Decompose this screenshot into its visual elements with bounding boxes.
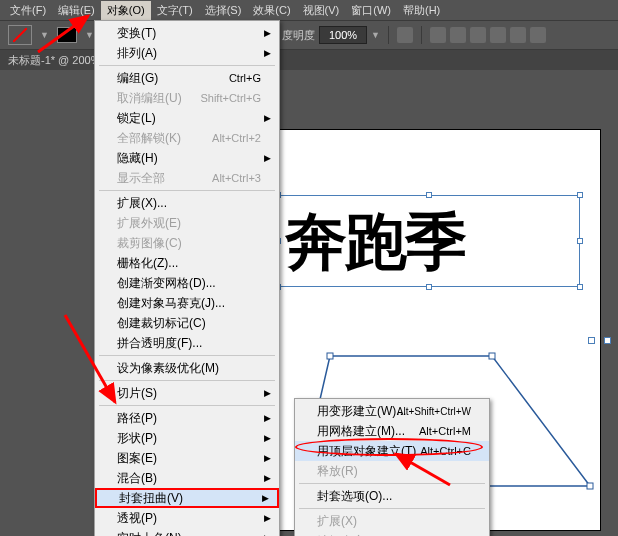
menu-window[interactable]: 窗口(W) [345,1,397,20]
separator [99,65,275,66]
menu-item-lock[interactable]: 锁定(L)▶ [95,108,279,128]
label: 扩展(X)... [117,195,167,212]
selection-handle[interactable] [426,192,432,198]
submenu-release: 释放(R) [295,461,489,481]
align-icon[interactable] [510,27,526,43]
shortcut: Alt+Shift+Ctrl+W [397,406,471,417]
label: 锁定(L) [117,110,156,127]
style-icon[interactable] [397,27,413,43]
menu-view[interactable]: 视图(V) [297,1,346,20]
menu-type[interactable]: 文字(T) [151,1,199,20]
submenu-make-mesh[interactable]: 用网格建立(M)...Alt+Ctrl+M [295,421,489,441]
label: 释放(R) [317,463,358,480]
label: 隐藏(H) [117,150,158,167]
menu-item-blend[interactable]: 混合(B)▶ [95,468,279,488]
separator [99,355,275,356]
label: 透视(P) [117,510,157,527]
selection-bounds [278,195,580,287]
align-icon[interactable] [530,27,546,43]
menu-item-gradient-mesh[interactable]: 创建渐变网格(D)... [95,273,279,293]
label: 栅格化(Z)... [117,255,178,272]
menu-item-trim-marks[interactable]: 创建裁切标记(C) [95,313,279,333]
opacity-input[interactable] [319,26,367,44]
submenu-arrow-icon: ▶ [264,28,271,38]
menu-item-pixel-perfect[interactable]: 设为像素级优化(M) [95,358,279,378]
selection-handle[interactable] [577,192,583,198]
svg-rect-3 [489,353,495,359]
menu-item-pattern[interactable]: 图案(E)▶ [95,448,279,468]
label: 显示全部 [117,170,165,187]
submenu-arrow-icon: ▶ [264,388,271,398]
menu-select[interactable]: 选择(S) [199,1,248,20]
menu-item-live-paint[interactable]: 实时上色(N)▶ [95,528,279,536]
align-icon[interactable] [430,27,446,43]
menu-item-expand[interactable]: 扩展(X)... [95,193,279,213]
menu-item-expand-appearance: 扩展外观(E) [95,213,279,233]
shortcut: Ctrl+G [229,72,261,84]
chevron-down-icon[interactable]: ▼ [85,30,94,40]
align-icon[interactable] [490,27,506,43]
menu-item-flatten-trans[interactable]: 拼合透明度(F)... [95,333,279,353]
label: 用变形建立(W)... [317,403,406,420]
label: 形状(P) [117,430,157,447]
menu-item-group[interactable]: 编组(G)Ctrl+G [95,68,279,88]
chevron-down-icon[interactable]: ▼ [371,30,380,40]
submenu-envelope-opts[interactable]: 封套选项(O)... [295,486,489,506]
chevron-down-icon[interactable]: ▼ [40,30,49,40]
menu-object[interactable]: 对象(O) [101,1,151,20]
label: 全部解锁(K) [117,130,181,147]
label: 编辑内容(E) [317,533,381,537]
label: 用顶层对象建立(T) [317,443,416,460]
stroke-swatch[interactable] [57,27,77,43]
label: 创建渐变网格(D)... [117,275,216,292]
shortcut: Alt+Ctrl+2 [212,132,261,144]
menu-item-crop-image: 裁剪图像(C) [95,233,279,253]
menu-item-hide[interactable]: 隐藏(H)▶ [95,148,279,168]
menu-file[interactable]: 文件(F) [4,1,52,20]
selection-handle[interactable] [426,284,432,290]
selection-handle[interactable] [577,238,583,244]
label: 创建裁切标记(C) [117,315,206,332]
menu-item-arrange[interactable]: 排列(A)▶ [95,43,279,63]
submenu-make-top[interactable]: 用顶层对象建立(T)Alt+Ctrl+C [295,441,489,461]
menu-item-rasterize[interactable]: 栅格化(Z)... [95,253,279,273]
opacity-label: 度明度 [282,28,315,43]
menu-item-slice[interactable]: 切片(S)▶ [95,383,279,403]
menu-item-path[interactable]: 路径(P)▶ [95,408,279,428]
document-tab[interactable]: 未标题-1* @ 200% [8,53,100,68]
menu-item-perspective[interactable]: 透视(P)▶ [95,508,279,528]
envelope-submenu: 用变形建立(W)...Alt+Shift+Ctrl+W 用网格建立(M)...A… [294,398,490,536]
menu-edit[interactable]: 编辑(E) [52,1,101,20]
menu-item-envelope[interactable]: 封套扭曲(V)▶ [95,488,279,508]
submenu-arrow-icon: ▶ [264,453,271,463]
menu-item-transform[interactable]: 变换(T)▶ [95,23,279,43]
label: 用网格建立(M)... [317,423,405,440]
separator [99,380,275,381]
submenu-make-warp[interactable]: 用变形建立(W)...Alt+Shift+Ctrl+W [295,401,489,421]
menu-item-ungroup: 取消编组(U)Shift+Ctrl+G [95,88,279,108]
label: 创建对象马赛克(J)... [117,295,225,312]
label: 扩展外观(E) [117,215,181,232]
shortcut: Shift+Ctrl+G [200,92,261,104]
label: 拼合透明度(F)... [117,335,202,352]
side-handle[interactable] [604,337,611,344]
svg-rect-4 [587,483,593,489]
side-handle[interactable] [588,337,595,344]
submenu-arrow-icon: ▶ [264,413,271,423]
label: 扩展(X) [317,513,357,530]
menu-item-shape[interactable]: 形状(P)▶ [95,428,279,448]
submenu-arrow-icon: ▶ [264,48,271,58]
submenu-arrow-icon: ▶ [264,153,271,163]
submenu-arrow-icon: ▶ [264,473,271,483]
label: 混合(B) [117,470,157,487]
menu-item-object-mosaic[interactable]: 创建对象马赛克(J)... [95,293,279,313]
align-icon[interactable] [450,27,466,43]
label: 排列(A) [117,45,157,62]
align-icon[interactable] [470,27,486,43]
label: 实时上色(N) [117,530,182,537]
fill-swatch[interactable] [8,25,32,45]
selection-handle[interactable] [577,284,583,290]
shortcut: Alt+Ctrl+3 [212,172,261,184]
menu-effect[interactable]: 效果(C) [247,1,296,20]
menu-help[interactable]: 帮助(H) [397,1,446,20]
